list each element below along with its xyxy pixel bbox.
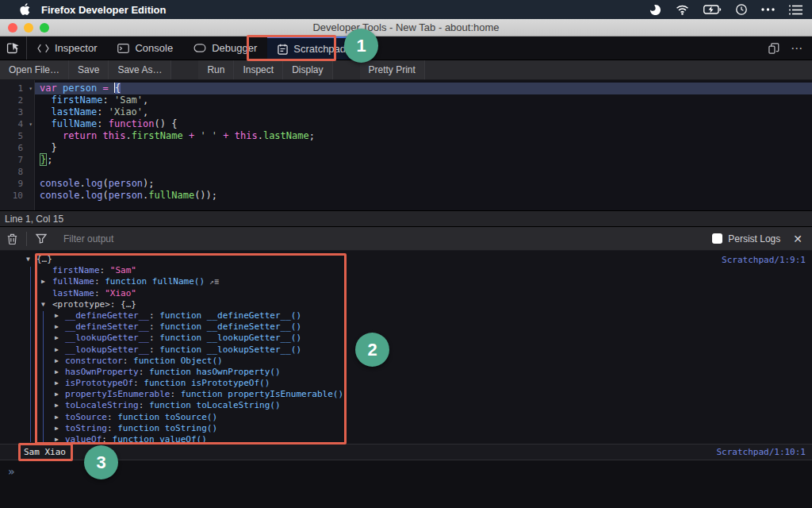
object-tree-row[interactable]: ▶__lookupGetter__: function __lookupGett… (0, 333, 812, 344)
code-line[interactable]: lastName: 'Xiao', (35, 106, 812, 118)
expand-arrow-icon[interactable]: ▶ (55, 367, 59, 378)
object-tree-row[interactable]: ▶constructor: function Object() (0, 356, 812, 367)
scratchpad-editor[interactable]: 1▾234▾5678910 var person = { firstName: … (0, 80, 812, 210)
expand-arrow-icon[interactable]: ▶ (55, 389, 59, 400)
open-file-button[interactable]: Open File… (0, 60, 69, 79)
code-line[interactable]: } (35, 142, 812, 154)
code-token: () { (155, 118, 178, 129)
expand-arrow-icon[interactable]: ▶ (55, 344, 59, 356)
battery-charging-icon[interactable] (703, 5, 722, 14)
line-number[interactable]: 2 (0, 94, 34, 106)
object-tree-row[interactable]: firstName: "Sam" (0, 265, 812, 276)
persist-logs-control[interactable]: Persist Logs (712, 233, 780, 244)
object-tree-row[interactable]: lastName: "Xiao" (0, 288, 812, 299)
object-tree-row[interactable]: ▶__defineSetter__: function __defineSett… (0, 321, 812, 333)
status-shape-icon[interactable] (649, 4, 661, 16)
code-token: ( (103, 178, 109, 189)
expand-arrow-icon[interactable]: ▶ (55, 378, 59, 389)
scratchpad-toolbar: Open File… Save Save As… Run Inspect Dis… (0, 60, 812, 80)
expand-arrow-icon[interactable]: ▶ (55, 333, 59, 344)
collapse-arrow-icon[interactable]: ▼ (26, 254, 30, 265)
save-button[interactable]: Save (69, 60, 109, 79)
console-output[interactable]: ▼{…}firstName: "Sam"▶fullName: function … (0, 251, 812, 444)
code-line[interactable] (35, 166, 812, 178)
code-line[interactable]: console.log(person.fullName()); (35, 190, 812, 202)
filter-toggle-button[interactable] (29, 233, 54, 244)
line-number[interactable]: 7 (0, 154, 34, 166)
console-token: hasOwnProperty (65, 367, 139, 377)
object-tree-text: __defineSetter__: function __defineSette… (65, 321, 301, 333)
expand-arrow-icon[interactable]: ▶ (55, 400, 59, 411)
expand-arrow-icon[interactable]: ▶ (55, 412, 59, 423)
pick-element-button[interactable] (0, 37, 27, 60)
object-tree-row[interactable]: ▶toLocaleString: function toLocaleString… (0, 400, 812, 411)
ellipsis-menu-icon[interactable] (761, 8, 775, 11)
object-tree-row[interactable]: ▶isPrototypeOf: function isPrototypeOf() (0, 378, 812, 389)
console-token: function Object() (133, 356, 223, 366)
line-number[interactable]: 6 (0, 142, 34, 154)
code-token (57, 83, 63, 94)
object-tree-row[interactable]: ▶hasOwnProperty: function hasOwnProperty… (0, 367, 812, 378)
collapse-arrow-icon[interactable]: ▼ (41, 299, 45, 310)
line-number[interactable]: 4▾ (0, 118, 34, 130)
line-number[interactable]: 9 (0, 178, 34, 190)
line-number[interactable]: 1▾ (0, 83, 34, 94)
console-token: : (133, 378, 144, 388)
editor-code-area[interactable]: var person = { firstName: 'Sam', lastNam… (35, 80, 812, 210)
run-button[interactable]: Run (198, 60, 234, 79)
object-tree-row[interactable]: ▶toString: function toString() (0, 423, 812, 434)
close-console-icon[interactable]: ✕ (780, 233, 812, 245)
source-location-link-2[interactable]: Scratchpad/1:10:1 (716, 447, 806, 457)
clear-console-button[interactable] (0, 233, 25, 244)
clock-icon[interactable] (736, 4, 747, 15)
expand-arrow-icon[interactable]: ▶ (55, 310, 59, 321)
pretty-print-button[interactable]: Pretty Print (360, 60, 425, 79)
console-token: propertyIsEnumerable (65, 389, 170, 399)
code-line[interactable]: firstName: 'Sam', (35, 94, 812, 106)
object-tree-row[interactable]: ▼<prototype>: {…} (0, 299, 812, 310)
save-as-button[interactable]: Save As… (109, 60, 171, 79)
object-tree-row[interactable]: ▼{…} (0, 254, 812, 265)
expand-arrow-icon[interactable]: ▶ (55, 423, 59, 434)
code-line[interactable]: console.log(person); (35, 178, 812, 190)
console-token: : (94, 288, 105, 298)
object-tree-text: firstName: "Sam" (52, 265, 136, 276)
code-line[interactable]: }; (35, 154, 812, 166)
tab-debugger[interactable]: Debugger (183, 37, 267, 60)
code-token: log (86, 190, 103, 201)
persist-logs-checkbox[interactable] (712, 233, 722, 244)
object-tree-row[interactable]: ▶__defineGetter__: function __defineGett… (0, 310, 812, 321)
expand-arrow-icon[interactable]: ▶ (41, 276, 45, 287)
console-input-area[interactable]: » (0, 460, 812, 508)
display-button[interactable]: Display (283, 60, 332, 79)
line-number[interactable]: 8 (0, 166, 34, 178)
tab-inspector[interactable]: Inspector (27, 37, 107, 60)
apple-logo-icon[interactable] (19, 3, 30, 16)
source-location-link-1[interactable]: Scratchpad/1:9:1 (722, 255, 806, 265)
tab-scratchpad[interactable]: Scratchpad (267, 37, 356, 60)
wifi-icon[interactable] (676, 5, 689, 15)
menubar-app-name[interactable]: Firefox Developer Edition (41, 4, 166, 16)
line-number[interactable]: 3 (0, 106, 34, 118)
line-number[interactable]: 10 (0, 190, 34, 202)
devtools-meatball-menu-button[interactable]: ⋯ (787, 37, 812, 60)
filter-output-input[interactable]: Filter output (63, 233, 712, 244)
fold-toggle-icon[interactable]: ▾ (29, 118, 33, 130)
console-token: function toSource() (117, 412, 217, 422)
object-tree-row[interactable]: ▶toSource: function toSource() (0, 412, 812, 423)
object-tree-row[interactable]: ▶__lookupSetter__: function __lookupSett… (0, 344, 812, 356)
code-line[interactable]: var person = { (35, 83, 812, 94)
code-line[interactable]: return this.firstName + ' ' + this.lastN… (35, 130, 812, 142)
expand-arrow-icon[interactable]: ▶ (55, 356, 59, 367)
fold-toggle-icon[interactable]: ▾ (29, 83, 33, 94)
list-menu-icon[interactable] (789, 5, 802, 15)
responsive-design-mode-button[interactable] (761, 37, 787, 60)
code-line[interactable]: fullName: function() { (35, 118, 812, 130)
inspect-button[interactable]: Inspect (234, 60, 283, 79)
object-tree-row[interactable]: ▶propertyIsEnumerable: function property… (0, 389, 812, 400)
expand-arrow-icon[interactable]: ▶ (55, 321, 59, 333)
object-tree-row[interactable]: ▶fullName: function fullName() ↗≣ (0, 276, 812, 287)
tab-console[interactable]: Console (107, 37, 183, 60)
code-token (40, 118, 51, 129)
line-number[interactable]: 5 (0, 130, 34, 142)
